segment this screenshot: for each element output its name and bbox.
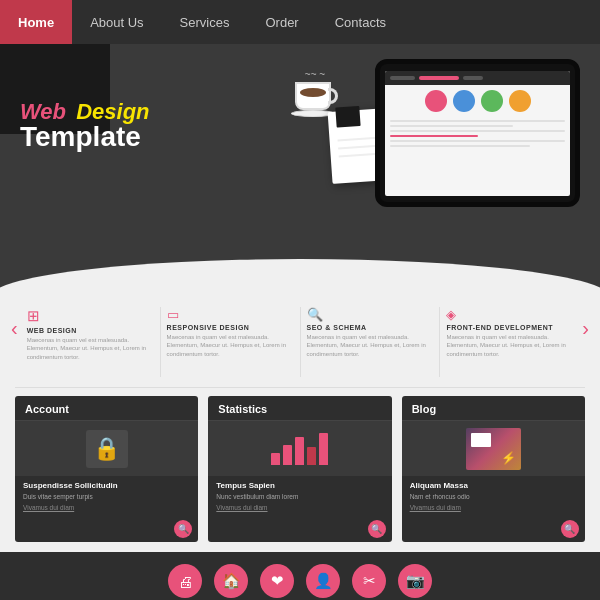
feature-1: ⊞ WEB DESIGN Maecenas in quam vel est ma…: [21, 302, 160, 366]
hero-section: Web Design Template ~~ ~: [0, 44, 600, 259]
navigation: Home About Us Services Order Contacts: [0, 0, 600, 44]
features-section: ‹ ⊞ WEB DESIGN Maecenas in quam vel est …: [0, 297, 600, 387]
card-statistics-search[interactable]: 🔍: [368, 520, 386, 538]
feature-4-icon: ◈: [446, 307, 573, 322]
next-arrow[interactable]: ›: [579, 317, 592, 340]
bottom-icon-home[interactable]: 🏠: [214, 564, 248, 598]
feature-3-title: SEO & SCHEMA: [307, 324, 434, 331]
card-account-text: Duis vitae semper turpis: [23, 492, 190, 501]
card-blog-search[interactable]: 🔍: [561, 520, 579, 538]
curve-top: [0, 259, 600, 297]
nav-item-contacts[interactable]: Contacts: [317, 15, 404, 30]
card-account-image: 🔒: [15, 421, 198, 476]
card-blog-body: Aliquam Massa Nam et rhoncus odio Vivamu…: [402, 476, 585, 516]
hero-title: Web Design Template: [20, 99, 150, 153]
hero-template: Template: [20, 121, 150, 153]
card-statistics-link[interactable]: Vivamus dui diam: [216, 504, 383, 511]
card-account-link[interactable]: Vivamus dui diam: [23, 504, 190, 511]
card-statistics-subtitle: Tempus Sapien: [216, 481, 383, 490]
feature-3-text: Maecenas in quam vel est malesuada. Elem…: [307, 333, 434, 358]
bottom-icon-camera[interactable]: 📷: [398, 564, 432, 598]
cup-handle: [328, 88, 338, 104]
feature-2-text: Maecenas in quam vel est malesuada. Elem…: [167, 333, 294, 358]
card-statistics: Statistics Tempus Sapien Nunc vestibulum…: [208, 396, 391, 542]
card-statistics-image: [208, 421, 391, 476]
desk-area: ~~ ~: [240, 54, 580, 254]
feature-4: ◈ FRONT-END DEVELOPMENT Maecenas in quam…: [440, 302, 579, 363]
prev-arrow[interactable]: ‹: [8, 317, 21, 340]
card-blog-text: Nam et rhoncus odio: [410, 492, 577, 501]
feature-2-title: RESPONSIVE DESIGN: [167, 324, 294, 331]
feature-2: ▭ RESPONSIVE DESIGN Maecenas in quam vel…: [161, 302, 300, 363]
tablet: [375, 59, 580, 207]
nav-item-order[interactable]: Order: [247, 15, 316, 30]
bottom-icon-print[interactable]: 🖨: [168, 564, 202, 598]
coffee-cup: ~~ ~: [295, 69, 335, 117]
card-blog-link[interactable]: Vivamus dui diam: [410, 504, 577, 511]
feature-1-text: Maecenas in quam vel est malesuada. Elem…: [27, 336, 154, 361]
nav-home[interactable]: Home: [0, 0, 72, 44]
feature-3: 🔍 SEO & SCHEMA Maecenas in quam vel est …: [301, 302, 440, 363]
card-blog: Blog ⚡ Aliquam Massa Nam et rhoncus odio…: [402, 396, 585, 542]
cards-section: Account 🔒 Suspendisse Sollicitudin Duis …: [0, 388, 600, 552]
feature-2-icon: ▭: [167, 307, 294, 322]
curved-section: [0, 259, 600, 297]
card-account: Account 🔒 Suspendisse Sollicitudin Duis …: [15, 396, 198, 542]
card-account-header: Account: [15, 396, 198, 421]
feature-4-title: FRONT-END DEVELOPMENT: [446, 324, 573, 331]
bottom-icon-heart[interactable]: ❤: [260, 564, 294, 598]
feature-1-title: WEB DESIGN: [27, 327, 154, 334]
nav-item-about[interactable]: About Us: [72, 15, 161, 30]
card-statistics-body: Tempus Sapien Nunc vestibulum diam lorem…: [208, 476, 391, 516]
nav-item-services[interactable]: Services: [162, 15, 248, 30]
cup-body: [295, 82, 331, 110]
tablet-screen: [385, 71, 570, 196]
card-account-subtitle: Suspendisse Sollicitudin: [23, 481, 190, 490]
bottom-icon-scissors[interactable]: ✂: [352, 564, 386, 598]
cup-steam: ~~ ~: [295, 69, 335, 80]
card-account-search[interactable]: 🔍: [174, 520, 192, 538]
card-blog-header: Blog: [402, 396, 585, 421]
card-statistics-text: Nunc vestibulum diam lorem: [216, 492, 383, 501]
card-account-body: Suspendisse Sollicitudin Duis vitae semp…: [15, 476, 198, 516]
bottom-nav: 🖨 🏠 ❤ 👤 ✂ 📷: [0, 552, 600, 600]
feature-3-icon: 🔍: [307, 307, 434, 322]
bottom-icon-user[interactable]: 👤: [306, 564, 340, 598]
feature-1-icon: ⊞: [27, 307, 154, 325]
feature-4-text: Maecenas in quam vel est malesuada. Elem…: [446, 333, 573, 358]
card-blog-image: ⚡: [402, 421, 585, 476]
card-blog-subtitle: Aliquam Massa: [410, 481, 577, 490]
card-statistics-header: Statistics: [208, 396, 391, 421]
